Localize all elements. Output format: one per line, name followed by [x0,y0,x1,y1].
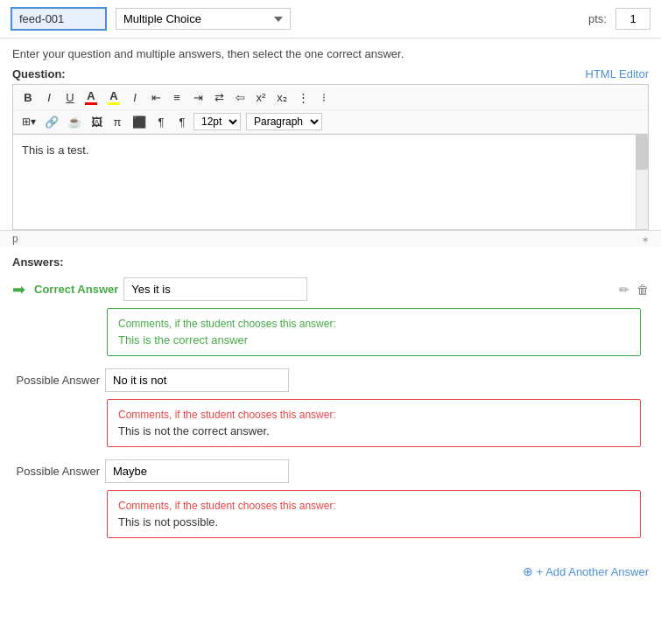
correct-comment-text: This is the correct answer [118,333,629,346]
font-size-select[interactable]: 12pt 10pt 14pt 18pt [193,113,241,130]
bullet-list-button[interactable]: ⋮ [293,89,313,106]
possible-comment-label-2: Comments, if the student chooses this an… [118,500,629,512]
font-color-bar [85,102,97,105]
html-editor-link[interactable]: HTML Editor [586,67,649,80]
editor-content[interactable]: This is a test. [22,144,630,157]
possible-answer-comment-2: Comments, if the student chooses this an… [107,490,641,538]
feed-id-input[interactable] [11,7,107,31]
correct-answer-input[interactable] [123,277,307,301]
possible-answer-input-2[interactable] [105,459,289,483]
possible-answer-comment-1: Comments, if the student chooses this an… [107,399,641,447]
possible-comment-label-1: Comments, if the student chooses this an… [118,409,629,421]
possible-comment-text-1: This is not the correct answer. [118,424,629,438]
bg-color-letter: A [109,89,117,102]
possible-comment-text-2: This is not possible. [118,515,629,528]
correct-comment-label: Comments, if the student chooses this an… [118,318,629,330]
scrollbar-track[interactable] [636,135,648,229]
unlink-button[interactable]: ☕ [64,114,85,130]
toolbar-row-2: ⊞▾ 🔗 ☕ 🖼 π ⬛ ¶ ¶ 12pt 10pt 14pt 18pt Par… [13,110,648,134]
possible-answer-input-1[interactable] [105,368,289,392]
link-button[interactable]: 🔗 [41,114,62,130]
font-color-button[interactable]: A [81,88,101,107]
add-another-answer-link[interactable]: ⊕ + Add Another Answer [523,565,649,578]
image-button[interactable]: 🖼 [87,114,106,130]
font-color-letter: A [87,89,95,102]
superscript-button[interactable]: x² [251,89,271,106]
correct-arrow-icon: ➡ [12,280,25,299]
correct-answer-comment: Comments, if the student chooses this an… [107,308,641,356]
add-answer-row: ⊕ + Add Another Answer [0,559,661,584]
answers-label: Answers: [12,256,649,269]
pts-label: pts: [588,12,607,25]
subscript-button[interactable]: x₂ [272,89,292,106]
question-type-select[interactable]: Multiple ChoiceTrue/FalseShort AnswerEss… [116,8,291,30]
rtl-button[interactable]: ¶ [172,114,192,130]
italic2-button[interactable]: I [125,89,144,106]
top-bar: Multiple ChoiceTrue/FalseShort AnswerEss… [0,0,661,38]
edit-icon[interactable]: ✏ [619,283,629,297]
scrollbar-thumb[interactable] [636,135,648,170]
table-button[interactable]: ⊞▾ [18,114,39,130]
possible-answer-row-1: Possible Answer [12,368,649,392]
align-left-button[interactable]: ⇤ [146,89,165,106]
add-another-label: + Add Another Answer [537,565,649,578]
bg-color-button[interactable]: A [104,88,123,107]
italic-button[interactable]: I [39,89,59,106]
special-char-button[interactable]: ⬛ [129,114,150,130]
possible-answer-label-2: Possible Answer [12,465,100,478]
question-label: Question: [12,67,66,80]
resize-handle[interactable]: ∗ [642,234,649,244]
bg-color-bar [108,102,120,105]
instruction-text: Enter your question and multiple answers… [0,38,661,64]
possible-answer-label-1: Possible Answer [12,374,100,387]
correct-answer-actions: ✏ 🗑 [619,283,649,297]
toolbar-row-1: B I U A A I ⇤ ≡ ⇥ ⇄ ⇦ x² x₂ ⋮ ⁝ [13,85,648,110]
align-right-button[interactable]: ⇥ [188,89,207,106]
correct-answer-row: ➡ Correct Answer ✏ 🗑 [12,277,649,301]
ltr-button[interactable]: ¶ [151,114,171,130]
pi-button[interactable]: π [108,114,127,130]
toolbar: B I U A A I ⇤ ≡ ⇥ ⇄ ⇦ x² x₂ ⋮ ⁝ ⊞▾ 🔗 ☕ 🖼… [12,84,649,134]
align-justify-button[interactable]: ⇄ [209,89,229,106]
correct-answer-label: Correct Answer [34,283,118,296]
question-label-row: Question: HTML Editor [0,64,661,84]
possible-answer-row-2: Possible Answer [12,459,649,483]
outdent-button[interactable]: ⇦ [230,89,250,106]
editor-tag: p [12,233,18,245]
numbered-list-button[interactable]: ⁝ [314,89,334,106]
delete-icon[interactable]: 🗑 [636,283,649,297]
underline-button[interactable]: U [60,89,80,106]
paragraph-select[interactable]: Paragraph Heading 1 Heading 2 [246,113,322,130]
editor-area[interactable]: This is a test. [12,134,649,230]
status-bar: p ∗ [0,230,661,247]
answers-section: Answers: ➡ Correct Answer ✏ 🗑 Comments, … [0,247,661,559]
align-center-button[interactable]: ≡ [167,89,186,106]
bold-button[interactable]: B [18,89,38,106]
pts-input[interactable] [615,8,650,30]
add-icon: ⊕ [523,564,533,578]
